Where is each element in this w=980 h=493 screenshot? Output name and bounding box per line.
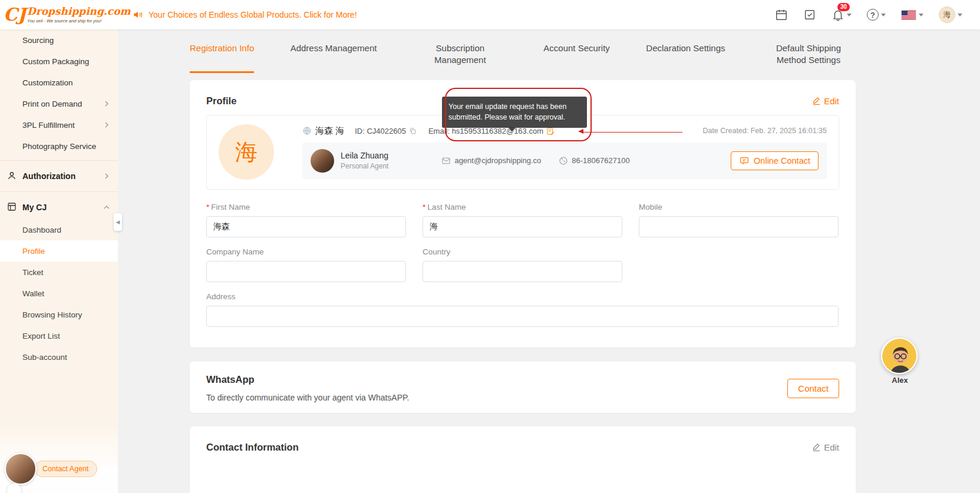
- mobile-input[interactable]: [639, 216, 839, 237]
- support-agent-name: Alex: [881, 376, 919, 385]
- online-contact-button[interactable]: Online Contact: [731, 151, 819, 170]
- sidebar-item-customization[interactable]: Customization: [0, 72, 118, 93]
- help-icon: ?: [867, 9, 879, 21]
- company-name-input[interactable]: [206, 261, 406, 282]
- chevron-right-icon: [104, 101, 110, 107]
- sidebar-collapse-handle[interactable]: ◀: [114, 213, 122, 231]
- chat-bubble-icon[interactable]: [7, 484, 21, 493]
- sidebar-item-3pl-fulfillment[interactable]: 3PL Fulfillment: [0, 114, 118, 135]
- whatsapp-contact-button[interactable]: Contact: [787, 379, 839, 398]
- personal-agent-avatar: [311, 149, 334, 173]
- tasks-button[interactable]: [803, 8, 816, 21]
- sidebar-item-sourcing[interactable]: Sourcing: [0, 29, 118, 51]
- help-button[interactable]: ?: [867, 9, 886, 21]
- profile-avatar: 海: [219, 124, 274, 180]
- language-selector[interactable]: [901, 10, 923, 20]
- notification-badge: 30: [837, 3, 850, 11]
- last-name-field: *Last Name: [423, 203, 622, 237]
- speaker-icon: [133, 9, 143, 20]
- profile-edit-button[interactable]: Edit: [812, 96, 839, 106]
- contact-information-card: Contact Information Edit: [190, 426, 856, 493]
- phone-icon: [559, 156, 568, 166]
- main-content: Registration Info Address Management Sub…: [118, 29, 980, 493]
- username-row: 海森 海: [302, 125, 344, 137]
- topbar: CJ Dropshipping.com You sell - We source…: [0, 0, 980, 29]
- sidebar-divider: [0, 191, 118, 192]
- authorization-icon: [6, 170, 17, 181]
- chevron-down-icon: [958, 14, 962, 16]
- chevron-right-icon: [104, 173, 110, 179]
- country-field: Country: [423, 247, 622, 282]
- tab-default-shipping-method-settings[interactable]: Default Shipping Method Settings: [761, 42, 856, 73]
- user-id: ID: CJ4022605: [355, 127, 406, 135]
- sidebar-item-dashboard[interactable]: Dashboard: [0, 219, 118, 240]
- sidebar-item-authorization[interactable]: Authorization: [0, 164, 118, 188]
- mobile-label: Mobile: [639, 203, 662, 211]
- sidebar-item-export-list[interactable]: Export List: [0, 325, 118, 346]
- envelope-icon: [441, 156, 451, 166]
- first-name-label: First Name: [211, 203, 250, 211]
- calendar-button[interactable]: [775, 8, 788, 21]
- support-agent-avatar: [881, 338, 918, 374]
- tab-declaration-settings[interactable]: Declaration Settings: [646, 42, 725, 73]
- contact-information-edit-button[interactable]: Edit: [812, 442, 839, 452]
- announcement-text: Your Choices of Endless Global Products.…: [149, 10, 357, 19]
- chevron-down-icon: [847, 14, 852, 16]
- agent-avatar[interactable]: [5, 453, 37, 485]
- agent-phone-row: 86-18067627100: [559, 156, 629, 166]
- address-input[interactable]: [206, 306, 839, 327]
- first-name-field: *First Name: [206, 203, 406, 237]
- country-input[interactable]: [423, 261, 622, 282]
- user-avatar: 海: [939, 6, 955, 23]
- chevron-up-icon: [104, 204, 110, 210]
- tab-registration-info[interactable]: Registration Info: [190, 42, 254, 73]
- contact-agent-button[interactable]: Contact Agent: [34, 461, 97, 477]
- logo-cj-glyph: CJ: [4, 6, 26, 24]
- copy-id-icon[interactable]: [409, 127, 417, 135]
- personal-agent-bar: Leila Zhuang Personal Agent agent@cjdrop…: [302, 143, 827, 179]
- profile-title: Profile: [206, 95, 236, 107]
- profile-card: Profile Edit 海 海森 海 ID: CJ4022605: [190, 80, 856, 348]
- sidebar-item-ticket[interactable]: Ticket: [0, 262, 118, 283]
- company-name-field: Company Name: [206, 247, 406, 282]
- whatsapp-title: WhatsApp: [206, 374, 839, 385]
- first-name-input[interactable]: [206, 216, 406, 237]
- sidebar-item-sub-account[interactable]: Sub-account: [0, 346, 118, 368]
- task-check-icon: [803, 8, 816, 21]
- required-marker: *: [206, 203, 209, 211]
- sidebar-item-custom-packaging[interactable]: Custom Packaging: [0, 51, 118, 72]
- sidebar-item-photography-service[interactable]: Photography Service: [0, 135, 118, 157]
- date-created: Date Created: Feb. 27, 2025 16:01:35: [702, 127, 827, 135]
- profile-form: *First Name *Last Name Mobile Company Na…: [206, 203, 839, 327]
- email-update-tooltip: Your email update request has been submi…: [442, 97, 587, 128]
- address-label: Address: [206, 292, 236, 301]
- agent-email: agent@cjdropshipping.co: [454, 156, 541, 165]
- notifications-button[interactable]: 30: [831, 8, 852, 21]
- agent-name: Leila Zhuang: [341, 151, 388, 160]
- sidebar-divider: [0, 160, 118, 161]
- sidebar-item-browsing-history[interactable]: Browsing History: [0, 304, 118, 325]
- pencil-icon: [812, 443, 821, 452]
- sidebar: Sourcing Custom Packaging Customization …: [0, 29, 118, 493]
- sidebar-item-wallet[interactable]: Wallet: [0, 283, 118, 304]
- last-name-label: Last Name: [427, 203, 466, 211]
- cj-dropshipping-logo[interactable]: CJ Dropshipping.com You sell - We source…: [0, 6, 121, 24]
- agent-role: Personal Agent: [341, 162, 388, 170]
- sidebar-item-print-on-demand[interactable]: Print on Demand: [0, 93, 118, 114]
- tab-account-security[interactable]: Account Security: [543, 42, 610, 73]
- required-marker: *: [423, 203, 425, 211]
- tab-subscription-management[interactable]: Subscription Management: [413, 42, 507, 73]
- support-widget[interactable]: Alex: [881, 338, 919, 385]
- sidebar-item-profile[interactable]: Profile: [0, 240, 118, 262]
- chevron-down-icon: [919, 14, 923, 16]
- calendar-icon: [775, 8, 788, 21]
- tab-address-management[interactable]: Address Management: [291, 42, 377, 73]
- last-name-input[interactable]: [423, 216, 622, 237]
- contact-information-title: Contact Information: [206, 442, 299, 453]
- sidebar-item-my-cj[interactable]: My CJ: [0, 196, 118, 219]
- agent-email-row: agent@cjdropshipping.co: [441, 156, 541, 166]
- announcement-banner[interactable]: Your Choices of Endless Global Products.…: [133, 9, 357, 20]
- user-id-row: ID: CJ4022605: [355, 127, 417, 135]
- user-menu[interactable]: 海: [939, 6, 962, 23]
- settings-tabs: Registration Info Address Management Sub…: [190, 42, 856, 73]
